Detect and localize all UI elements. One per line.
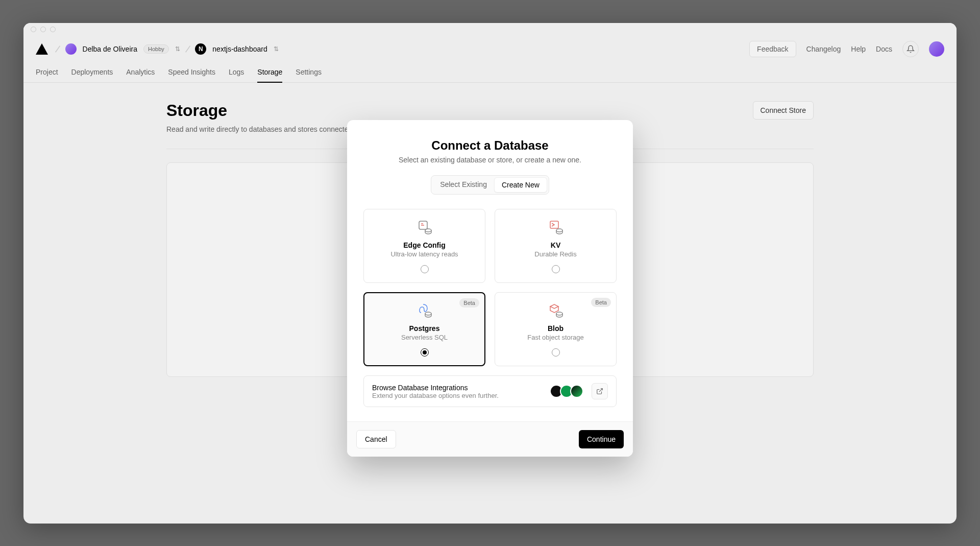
app-window: / Delba de Oliveira Hobby ⇅ / N nextjs-d… xyxy=(23,23,957,524)
external-link-button[interactable] xyxy=(592,383,608,399)
cancel-button[interactable]: Cancel xyxy=(356,430,396,448)
option-desc: Ultra-low latency reads xyxy=(390,250,458,258)
integration-logos xyxy=(553,385,583,398)
svg-point-1 xyxy=(425,229,431,232)
svg-line-6 xyxy=(599,389,602,392)
modal-overlay: Connect a Database Select an existing da… xyxy=(23,23,957,524)
option-blob[interactable]: Beta Blob Fast object storage xyxy=(495,292,617,366)
radio-checked xyxy=(421,348,429,357)
option-title: Postgres xyxy=(409,324,440,333)
option-title: KV xyxy=(551,241,560,249)
radio-unchecked xyxy=(552,265,560,273)
option-desc: Serverless SQL xyxy=(401,334,448,341)
connect-database-modal: Connect a Database Select an existing da… xyxy=(347,120,633,457)
beta-badge: Beta xyxy=(459,298,479,307)
integration-logo-icon xyxy=(570,385,583,398)
option-kv[interactable]: KV Durable Redis xyxy=(495,209,617,283)
svg-point-3 xyxy=(556,229,562,232)
continue-button[interactable]: Continue xyxy=(579,430,624,448)
option-edge-config[interactable]: Edge Config Ultra-low latency reads xyxy=(363,209,485,283)
external-link-icon xyxy=(596,388,603,395)
svg-point-5 xyxy=(556,312,562,315)
modal-footer: Cancel Continue xyxy=(347,421,633,457)
modal-subtitle: Select an existing database or store, or… xyxy=(363,156,617,164)
option-postgres[interactable]: Beta Postgres Serverless SQL xyxy=(363,292,485,366)
option-title: Blob xyxy=(548,324,564,333)
database-options-grid: Edge Config Ultra-low latency reads KV D… xyxy=(363,209,617,366)
modal-title: Connect a Database xyxy=(363,138,617,153)
segment-select-existing[interactable]: Select Existing xyxy=(433,177,494,193)
segment-create-new[interactable]: Create New xyxy=(494,177,547,193)
kv-icon xyxy=(547,219,565,236)
option-title: Edge Config xyxy=(403,241,445,249)
postgres-icon xyxy=(416,302,433,319)
radio-unchecked xyxy=(421,265,429,273)
beta-badge: Beta xyxy=(591,298,611,307)
integrations-desc: Extend your database options even furthe… xyxy=(372,392,545,399)
option-desc: Durable Redis xyxy=(534,250,576,258)
segmented-control: Select Existing Create New xyxy=(431,175,549,195)
radio-unchecked xyxy=(552,348,560,357)
blob-icon xyxy=(547,302,565,319)
svg-point-4 xyxy=(425,312,431,315)
integrations-row[interactable]: Browse Database Integrations Extend your… xyxy=(363,375,617,407)
edge-config-icon xyxy=(416,219,433,236)
option-desc: Fast object storage xyxy=(527,334,584,341)
integrations-title: Browse Database Integrations xyxy=(372,384,545,392)
